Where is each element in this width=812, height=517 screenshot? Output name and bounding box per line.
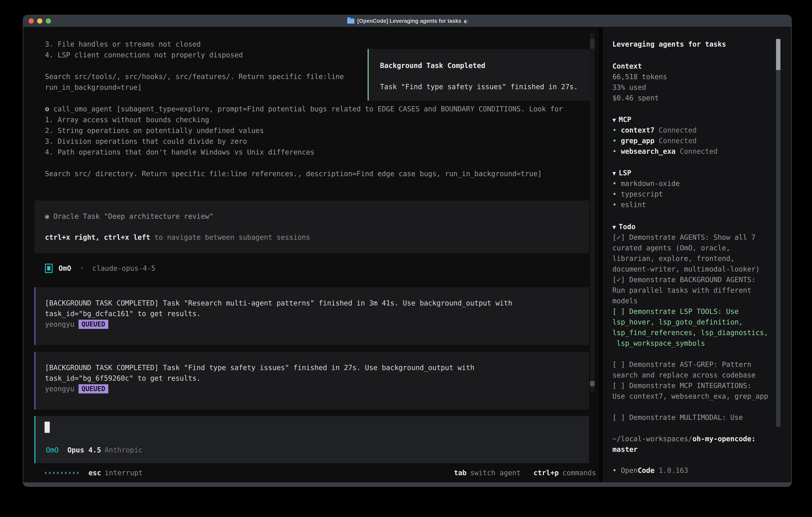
composer-model: Opus 4.5 <box>67 445 101 456</box>
spinner-dot <box>49 472 51 474</box>
lsp-item: • eslint <box>612 199 791 210</box>
version-number: 1.0.163 <box>659 466 688 474</box>
tool-call-item: 4. Path operations that don't handle Win… <box>45 147 571 158</box>
notification-body: Task "Find type safety issues" finished … <box>380 81 592 92</box>
app-name-suffix: Code <box>638 466 655 474</box>
todo-item: [ ] Demonstrate AST-GREP: Pattern search… <box>612 359 791 380</box>
text-cursor <box>45 421 50 433</box>
sidebar-scrollbar[interactable] <box>776 39 780 427</box>
oracle-task-title: ◉ Oracle Task "Deep architecture review" <box>45 211 589 221</box>
bullet-icon: • <box>612 137 617 145</box>
message-line: task_id="bg_6f59260c" to get results. <box>45 373 589 383</box>
bullet-icon: • <box>612 126 617 134</box>
workspace-prefix: ~/local-workspaces/ <box>612 435 692 443</box>
spinner-dot <box>73 472 75 474</box>
notification-title: Background Task Completed <box>380 60 592 71</box>
chat-panel: 3. File handles or streams not closed 4.… <box>23 27 599 483</box>
spinner-dot <box>77 472 79 474</box>
bullet-icon: • <box>612 190 617 198</box>
background-task-message: [BACKGROUND TASK COMPLETED] Task "Find t… <box>34 352 589 410</box>
prompt-input[interactable]: OmO Opus 4.5 Anthropic <box>34 416 589 463</box>
background-task-notification[interactable]: Background Task Completed Task "Find typ… <box>368 49 593 101</box>
dot-separator: · <box>71 263 92 274</box>
agent-name: OmO <box>59 263 71 274</box>
bullet-icon: • <box>612 180 617 188</box>
hint-text: to navigate between subagent sessions <box>150 233 310 241</box>
traffic-lights <box>29 19 51 24</box>
todo-item: [ ] Demonstrate MCP INTEGRATIONS: Use co… <box>612 380 791 402</box>
folder-icon <box>347 19 354 24</box>
spinner-dot <box>69 472 70 474</box>
lsp-heading[interactable]: ▼LSP <box>612 168 791 178</box>
agent-header: OmO · claude-opus-4-5 <box>45 263 155 273</box>
todo-item: [ ] Demonstrate MULTIMODAL: Use <box>612 412 791 423</box>
composer-provider: Anthropic <box>105 445 143 456</box>
tab-key-label: switch agent <box>470 467 521 478</box>
chevron-down-icon: ▼ <box>612 170 616 177</box>
message-line: task_id="bg_dcfac161" to get results. <box>45 308 589 319</box>
lsp-section: ▼LSP • markdown-oxide • typescript • esl… <box>612 168 791 210</box>
lsp-item: • markdown-oxide <box>612 178 791 189</box>
mcp-heading[interactable]: ▼MCP <box>612 114 791 125</box>
todo-section: ▼Todo [✓] Demonstrate AGENTS: Show all 7… <box>612 221 791 423</box>
terminal-window: [OpenCode] Leveraging agents for tasks ◐… <box>23 15 792 487</box>
composer-status: OmO Opus 4.5 Anthropic <box>46 445 142 455</box>
scrollbar-thumb[interactable] <box>590 381 594 386</box>
spinner-dot <box>45 472 47 474</box>
tool-call-item <box>45 158 571 168</box>
gear-icon: ⚙ <box>45 105 49 113</box>
tool-call-text: call_omo_agent [subagent_type=explore, p… <box>53 105 563 113</box>
status-bar: esc interrupt tab switch agent ctrl+p co… <box>45 467 596 478</box>
window-title-group: [OpenCode] Leveraging agents for tasks ◐ <box>23 18 791 24</box>
commands-key-hint: ctrl+p <box>533 467 559 478</box>
scrollback-line: 3. File handles or streams not closed <box>45 39 571 50</box>
scrollbar-thumb[interactable] <box>590 39 594 49</box>
session-title: Leveraging agents for tasks <box>612 39 791 50</box>
app-name-prefix: Open <box>621 466 638 474</box>
workspace-branch: master <box>612 444 791 455</box>
spinner-dots <box>45 472 79 474</box>
todo-item: [✓] Demonstrate BACKGROUND AGENTS: Run p… <box>612 274 791 306</box>
bullet-icon: • <box>612 466 617 474</box>
todo-item-active: [ ] Demonstrate LSP TOOLS: Use lsp_hover… <box>612 306 791 349</box>
chat-scrollbar[interactable] <box>590 33 594 392</box>
zoom-button[interactable] <box>46 19 51 24</box>
mcp-item: • websearch_exa Connected <box>612 146 791 157</box>
message-author: yeongyu <box>45 319 75 330</box>
esc-key-label: interrupt <box>105 467 143 478</box>
lsp-item: • typescript <box>612 189 791 199</box>
tool-call-item: 2. String operations on potentially unde… <box>45 125 571 136</box>
message-author: yeongyu <box>45 383 75 394</box>
scrollbar-thumb[interactable] <box>776 39 780 70</box>
agent-icon <box>45 264 53 273</box>
mcp-item: • grep_app Connected <box>612 136 791 146</box>
title-bar: [OpenCode] Leveraging agents for tasks ◐ <box>23 16 791 27</box>
tool-call-item: Search src/ directory. Return specific f… <box>45 168 571 179</box>
commands-key-label: commands <box>562 467 596 478</box>
spinner-dot <box>61 472 62 474</box>
minimize-button[interactable] <box>37 19 42 24</box>
workspace-path: ~/local-workspaces/oh-my-opencode: maste… <box>612 434 791 455</box>
todo-heading[interactable]: ▼Todo <box>612 221 791 232</box>
tab-key-hint: tab <box>454 467 467 478</box>
window-title: [OpenCode] Leveraging agents for tasks <box>357 18 461 24</box>
tool-call-item: 1. Array access without bounds checking <box>45 114 571 125</box>
mcp-item: • context7 Connected <box>612 125 791 136</box>
spinner-dot <box>57 472 59 474</box>
context-section: Context 66,518 tokens 33% used $0.46 spe… <box>612 61 791 103</box>
mcp-section: ▼MCP • context7 Connected • grep_app Con… <box>612 114 791 157</box>
record-icon: ◉ <box>45 212 49 220</box>
tool-call-item: 3. Division operations that could divide… <box>45 136 571 147</box>
status-badge: QUEUED <box>79 384 108 393</box>
close-button[interactable] <box>29 19 34 24</box>
oracle-task-card: ◉ Oracle Task "Deep architecture review"… <box>34 200 589 253</box>
context-used: 33% used <box>612 82 791 93</box>
context-heading: Context <box>612 61 791 72</box>
chevron-down-icon: ▼ <box>612 224 616 230</box>
todo-item: [✓] Demonstrate AGENTS: Show all 7 curat… <box>612 232 791 274</box>
moon-icon: ◐ <box>464 18 467 24</box>
chevron-down-icon: ▼ <box>612 116 616 124</box>
panel-divider <box>599 27 603 483</box>
agent-model: claude-opus-4-5 <box>92 263 155 274</box>
status-badge: QUEUED <box>79 320 108 329</box>
